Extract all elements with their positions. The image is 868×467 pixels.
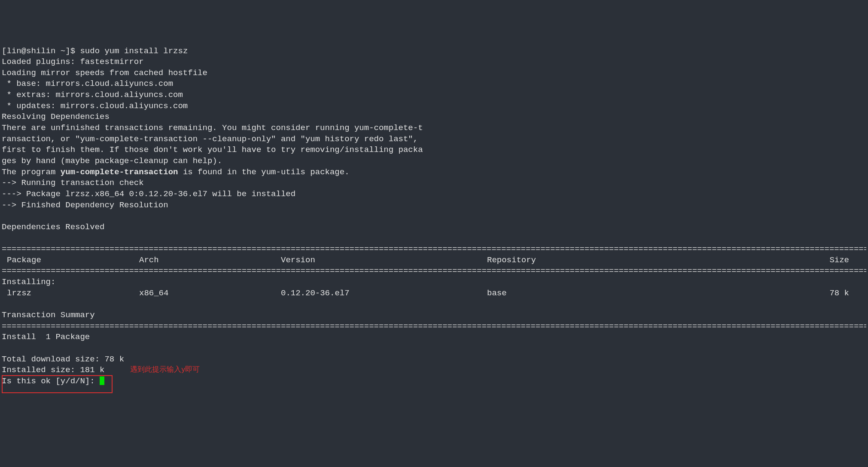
- table-rule: ========================================…: [2, 244, 866, 255]
- output-line: The program: [2, 167, 61, 177]
- output-line: * extras: mirrors.cloud.aliyuncs.com: [2, 90, 183, 100]
- cell-arch: x86_64: [139, 288, 281, 299]
- output-line: first to finish them. If those don't wor…: [2, 145, 423, 155]
- output-line: ges by hand (maybe package-cleanup can h…: [2, 156, 222, 166]
- header-size: Size: [624, 255, 866, 266]
- terminal-output[interactable]: [lin@shilin ~]$ sudo yum install lrzsz L…: [2, 46, 866, 387]
- output-line: There are unfinished transactions remain…: [2, 123, 423, 133]
- summary-installed-size: Installed size: 181 k: [2, 365, 104, 375]
- output-line: Resolving Dependencies: [2, 112, 110, 121]
- output-line: Dependencies Resolved: [2, 222, 104, 232]
- summary-install: Install 1 Package: [2, 332, 90, 342]
- output-line: ransaction, or "yum-complete-transaction…: [2, 134, 418, 144]
- table-rule: ========================================…: [2, 266, 866, 277]
- command-text: sudo yum install lrzsz: [80, 46, 188, 56]
- header-version: Version: [281, 255, 487, 266]
- table-row: lrzszx86_640.12.20-36.el7base78 k: [2, 288, 866, 299]
- prompt-prefix: [lin@shilin ~]$: [2, 46, 80, 56]
- summary-download-size: Total download size: 78 k: [2, 355, 124, 364]
- output-line: * base: mirrors.cloud.aliyuncs.com: [2, 79, 173, 88]
- highlight-box: [2, 375, 113, 393]
- cell-size: 78 k: [624, 288, 866, 299]
- header-repository: Repository: [487, 255, 624, 266]
- output-line: is found in the yum-utils package.: [178, 167, 349, 177]
- output-line: Loading mirror speeds from cached hostfi…: [2, 68, 207, 78]
- summary-title: Transaction Summary: [2, 310, 95, 320]
- output-line: --> Finished Dependency Resolution: [2, 200, 168, 210]
- output-line: ---> Package lrzsz.x86_64 0:0.12.20-36.e…: [2, 189, 295, 199]
- annotation-text: 遇到此提示输入y即可: [130, 365, 200, 375]
- table-header-row: PackageArchVersionRepositorySize: [2, 255, 866, 266]
- installing-label: Installing:: [2, 277, 55, 287]
- output-line: Loaded plugins: fastestmirror: [2, 57, 144, 67]
- table-rule: ========================================…: [2, 321, 866, 332]
- cell-version: 0.12.20-36.el7: [281, 288, 487, 299]
- header-package: Package: [2, 255, 139, 266]
- program-name-bold: yum-complete-transaction: [61, 167, 178, 177]
- cell-package: lrzsz: [2, 288, 139, 299]
- output-line: * updates: mirrors.cloud.aliyuncs.com: [2, 101, 188, 111]
- output-line: --> Running transaction check: [2, 178, 144, 188]
- header-arch: Arch: [139, 255, 281, 266]
- cell-repository: base: [487, 288, 624, 299]
